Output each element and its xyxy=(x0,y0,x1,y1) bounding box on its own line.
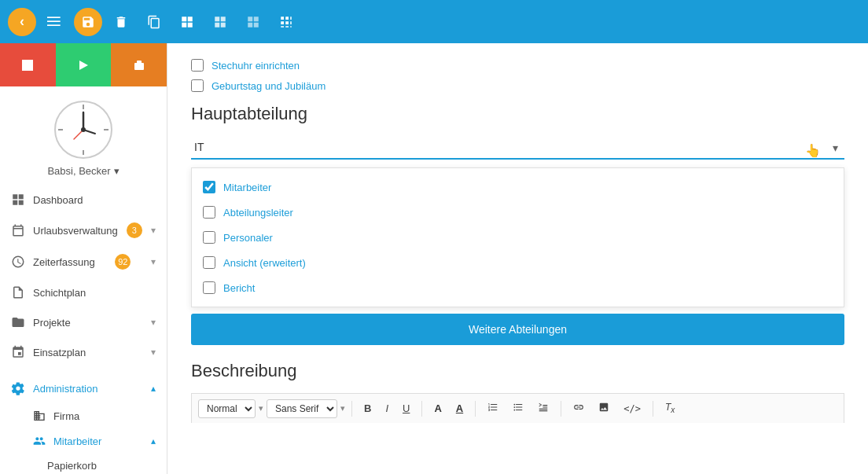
more-abteilungen-button[interactable]: Weitere Abteilungen xyxy=(191,314,844,345)
delete-toolbar-btn[interactable] xyxy=(107,8,135,36)
user-name[interactable]: Babsi, Becker ▾ xyxy=(47,165,119,177)
unordered-list-button[interactable] xyxy=(507,399,529,418)
code-button[interactable]: </> xyxy=(618,400,646,417)
svg-point-14 xyxy=(81,127,86,132)
firma-label: Firma xyxy=(53,410,79,422)
option-bericht-label[interactable]: Bericht xyxy=(223,282,255,294)
stechuhr-checkbox[interactable] xyxy=(191,59,204,72)
option-bericht-checkbox[interactable] xyxy=(203,281,215,294)
content-area: Stechuhr einrichten Geburtstag und Jubil… xyxy=(167,43,868,474)
svg-marker-4 xyxy=(79,61,88,70)
calendar-icon xyxy=(11,223,25,237)
top-toolbar: ‹ xyxy=(0,0,868,43)
clock-svg xyxy=(52,98,115,161)
urlaubsverwaltung-badge: 3 xyxy=(127,222,142,238)
image-button[interactable] xyxy=(593,399,615,418)
indent-button[interactable] xyxy=(532,399,554,418)
list-toolbar-btn[interactable] xyxy=(41,8,69,36)
admin-chevron-icon: ▴ xyxy=(151,383,156,394)
option-ansicht-label[interactable]: Ansicht (erweitert) xyxy=(223,257,306,269)
format-select[interactable]: Normal xyxy=(198,399,256,418)
editor-divider4 xyxy=(561,401,561,417)
chevron-icon: ▾ xyxy=(151,347,156,358)
beschreibung-title: Beschreibung xyxy=(191,361,844,381)
option-mitarbeiter: Mitarbeiter xyxy=(192,175,844,200)
editor-divider5 xyxy=(653,401,653,417)
svg-rect-2 xyxy=(47,24,61,26)
option-ansicht-checkbox[interactable] xyxy=(203,256,215,269)
sidebar-item-projekte[interactable]: Projekte ▾ xyxy=(0,307,167,337)
sidebar-item-mitarbeiter[interactable]: Mitarbeiter ▴ xyxy=(0,428,167,454)
main-layout: Babsi, Becker ▾ Dashboard Urlaubsverwalt… xyxy=(0,43,868,474)
sidebar-item-dashboard[interactable]: Dashboard xyxy=(0,185,167,215)
sidebar-top-buttons xyxy=(0,43,167,86)
back-button[interactable]: ‹ xyxy=(8,8,36,36)
ordered-list-button[interactable] xyxy=(482,399,504,418)
underline-button[interactable]: U xyxy=(397,399,415,417)
stop-button[interactable] xyxy=(0,43,56,86)
grid1-toolbar-btn[interactable] xyxy=(173,8,201,36)
bold-button[interactable]: B xyxy=(359,399,377,417)
grid4-toolbar-btn[interactable] xyxy=(272,8,300,36)
option-ansicht: Ansicht (erweitert) xyxy=(192,250,844,275)
svg-rect-3 xyxy=(22,60,33,71)
department-options: Mitarbeiter Abteilungsleiter Personaler … xyxy=(191,167,844,307)
option-personaler-checkbox[interactable] xyxy=(203,231,215,244)
format-arrow-icon: ▾ xyxy=(259,403,263,413)
sidebar-item-urlaubsverwaltung[interactable]: Urlaubsverwaltung 3 ▾ xyxy=(0,215,167,246)
font-arrow-icon: ▾ xyxy=(340,403,345,413)
sidebar-item-papierkorb[interactable]: Papierkorb xyxy=(0,454,167,474)
sidebar-item-label: Projekte xyxy=(33,317,71,329)
clear-format-button[interactable]: Tx xyxy=(660,399,680,417)
stechuhr-label[interactable]: Stechuhr einrichten xyxy=(211,60,300,72)
geburtstag-checkbox[interactable] xyxy=(191,79,204,92)
editor-divider2 xyxy=(421,401,422,417)
geburtstag-row: Geburtstag und Jubiläum xyxy=(191,79,844,92)
option-mitarbeiter-checkbox[interactable] xyxy=(203,181,215,193)
link-button[interactable] xyxy=(568,399,590,418)
font-select[interactable]: Sans Serif xyxy=(267,399,337,418)
font-color-button[interactable]: A xyxy=(428,399,447,417)
sidebar-item-schichtplan[interactable]: Schichtplan xyxy=(0,277,167,307)
option-personaler-label[interactable]: Personaler xyxy=(223,232,273,244)
option-mitarbeiter-label[interactable]: Mitarbeiter xyxy=(223,182,271,193)
option-abteilungsleiter-checkbox[interactable] xyxy=(203,206,215,219)
sidebar-item-label: Urlaubsverwaltung xyxy=(33,225,118,237)
sidebar-item-firma[interactable]: Firma xyxy=(0,403,167,428)
option-bericht: Bericht xyxy=(192,275,844,300)
save-toolbar-btn[interactable] xyxy=(74,8,102,36)
svg-rect-5 xyxy=(134,63,144,70)
play-button[interactable] xyxy=(56,43,112,86)
option-abteilungsleiter-label[interactable]: Abteilungsleiter xyxy=(223,207,293,219)
sidebar-item-administration[interactable]: Administration ▴ xyxy=(0,373,167,403)
folder-icon xyxy=(11,315,25,329)
zeiterfassung-badge: 92 xyxy=(115,254,131,270)
sidebar-item-zeiterfassung[interactable]: Zeiterfassung 92 ▾ xyxy=(0,246,167,277)
sidebar-item-einsatzplan[interactable]: Einsatzplan ▾ xyxy=(0,337,167,367)
geburtstag-label[interactable]: Geburtstag und Jubiläum xyxy=(211,80,326,92)
sidebar: Babsi, Becker ▾ Dashboard Urlaubsverwalt… xyxy=(0,43,167,474)
grid2-toolbar-btn[interactable] xyxy=(206,8,234,36)
copy-toolbar-btn[interactable] xyxy=(140,8,168,36)
svg-rect-18 xyxy=(19,200,24,205)
mitarbeiter-icon xyxy=(33,435,46,447)
stechuhr-row: Stechuhr einrichten xyxy=(191,59,844,72)
sidebar-item-label: Administration xyxy=(33,383,97,395)
mitarbeiter-chevron-icon: ▴ xyxy=(151,435,156,446)
dropdown-value: IT xyxy=(194,141,204,153)
department-dropdown-wrapper: IT ▾ 👆 xyxy=(191,136,844,160)
svg-rect-1 xyxy=(47,20,61,22)
sidebar-item-label: Zeiterfassung xyxy=(33,256,95,268)
einsatz-icon xyxy=(11,345,25,359)
hauptabteilung-title: Hauptabteilung xyxy=(191,104,844,124)
font-highlight-button[interactable]: A xyxy=(451,399,469,417)
dashboard-icon xyxy=(11,193,25,207)
briefcase-button[interactable] xyxy=(111,43,167,86)
svg-rect-0 xyxy=(47,17,61,18)
editor-divider3 xyxy=(475,401,476,417)
italic-button[interactable]: I xyxy=(380,399,394,417)
chevron-icon: ▾ xyxy=(151,225,156,236)
department-dropdown[interactable]: IT xyxy=(191,136,844,160)
gear-icon xyxy=(11,381,25,395)
grid3-toolbar-btn[interactable] xyxy=(239,8,267,36)
